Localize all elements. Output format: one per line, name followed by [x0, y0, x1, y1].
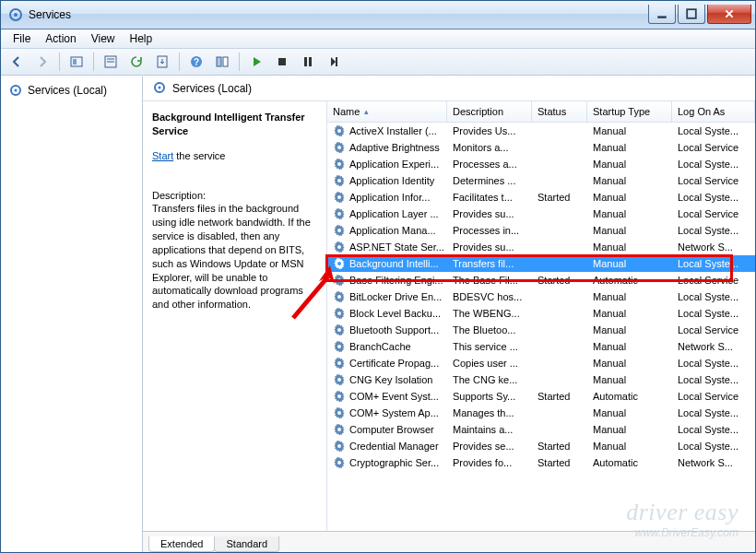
- cell-description: Processes in...: [447, 224, 532, 237]
- table-row[interactable]: Credential ManagerProvides se...StartedM…: [327, 438, 755, 454]
- svg-point-22: [337, 129, 341, 133]
- nav-services-local[interactable]: Services (Local): [1, 80, 142, 100]
- cell-logon: Local Syste...: [672, 191, 755, 204]
- start-service-button[interactable]: [244, 50, 268, 74]
- col-status[interactable]: Status: [532, 101, 587, 122]
- services-list[interactable]: Name Description Status Startup Type Log…: [327, 101, 755, 531]
- cell-description: Provides su...: [447, 241, 532, 253]
- pause-service-button[interactable]: [296, 50, 320, 74]
- svg-point-40: [337, 428, 341, 431]
- tab-standard[interactable]: Standard: [214, 536, 279, 552]
- content-body: Background Intelligent Transfer Service …: [143, 101, 755, 531]
- cell-description: Manages th...: [447, 406, 532, 419]
- start-link[interactable]: Start: [152, 150, 173, 161]
- table-row[interactable]: BitLocker Drive En...BDESVC hos...Manual…: [327, 288, 755, 305]
- col-startup-type[interactable]: Startup Type: [587, 101, 672, 122]
- properties-button[interactable]: [99, 50, 123, 74]
- table-row[interactable]: Bluetooth Support...The Bluetoo...Manual…: [327, 322, 755, 338]
- maximize-button[interactable]: [678, 5, 705, 24]
- cell-name: Adaptive Brightness: [327, 140, 447, 155]
- cell-description: Provides se...: [447, 440, 532, 453]
- menu-help[interactable]: Help: [124, 30, 159, 47]
- stop-service-button[interactable]: [270, 50, 294, 74]
- svg-point-26: [337, 195, 341, 199]
- table-row[interactable]: Background Intelli...Transfers fil...Man…: [327, 255, 755, 272]
- table-row[interactable]: Base Filtering Engi...The Base Fil...Sta…: [327, 272, 755, 288]
- cell-description: Provides su...: [447, 207, 532, 220]
- table-row[interactable]: CNG Key IsolationThe CNG ke...ManualLoca…: [327, 371, 755, 388]
- titlebar[interactable]: Services: [1, 1, 755, 29]
- cell-description: Maintains a...: [447, 423, 532, 436]
- table-row[interactable]: Adaptive BrightnessMonitors a...ManualLo…: [327, 139, 755, 156]
- cell-status: Started: [532, 440, 587, 453]
- cell-startup: Manual: [587, 241, 672, 253]
- cell-status: [532, 263, 587, 265]
- table-row[interactable]: ActiveX Installer (...Provides Us...Manu…: [327, 123, 755, 139]
- cell-startup: Manual: [587, 141, 672, 154]
- table-row[interactable]: COM+ System Ap...Manages th...ManualLoca…: [327, 405, 755, 421]
- cell-logon: Local Syste...: [672, 373, 755, 386]
- menubar: File Action View Help: [1, 29, 755, 49]
- svg-rect-14: [278, 58, 286, 65]
- cell-startup: Manual: [587, 191, 672, 204]
- col-log-on-as[interactable]: Log On As: [672, 101, 755, 122]
- gear-icon: [152, 80, 167, 98]
- table-row[interactable]: Application Mana...Processes in...Manual…: [327, 222, 755, 239]
- cell-status: [532, 412, 587, 414]
- cell-description: Supports Sy...: [447, 390, 532, 403]
- cell-startup: Automatic: [587, 390, 672, 403]
- cell-name: ActiveX Installer (...: [327, 124, 447, 138]
- cell-name: Certificate Propag...: [327, 356, 447, 371]
- view-tabs: Extended Standard: [143, 531, 755, 552]
- cell-name: Base Filtering Engi...: [327, 273, 447, 288]
- cell-description: Copies user ...: [447, 357, 532, 370]
- cell-name: Bluetooth Support...: [327, 323, 447, 337]
- up-level-button[interactable]: [65, 50, 89, 74]
- table-row[interactable]: Application Experi...Processes a...Manua…: [327, 156, 755, 172]
- svg-rect-2: [657, 16, 667, 18]
- cell-logon: Local Syste...: [672, 406, 755, 419]
- forward-button[interactable]: [30, 50, 54, 74]
- table-row[interactable]: Application IdentityDetermines ...Manual…: [327, 172, 755, 189]
- list-header[interactable]: Name Description Status Startup Type Log…: [327, 101, 755, 123]
- col-name[interactable]: Name: [327, 101, 447, 122]
- menu-view[interactable]: View: [85, 30, 122, 47]
- cell-logon: Local Service: [672, 174, 755, 187]
- svg-point-29: [337, 245, 341, 249]
- tab-extended[interactable]: Extended: [148, 536, 215, 552]
- cell-startup: Automatic: [587, 274, 672, 287]
- svg-point-38: [337, 394, 341, 398]
- table-row[interactable]: Application Infor...Facilitates t...Star…: [327, 189, 755, 206]
- table-row[interactable]: Certificate Propag...Copies user ...Manu…: [327, 355, 755, 371]
- svg-rect-13: [223, 57, 228, 66]
- cell-status: [532, 213, 587, 215]
- content-header: Services (Local): [143, 76, 755, 101]
- cell-startup: Manual: [587, 406, 672, 419]
- table-row[interactable]: COM+ Event Syst...Supports Sy...StartedA…: [327, 388, 755, 405]
- nav-pane[interactable]: Services (Local): [1, 76, 143, 552]
- menu-file[interactable]: File: [6, 30, 37, 47]
- menu-action[interactable]: Action: [39, 30, 82, 47]
- cell-logon: Local Syste...: [672, 158, 755, 171]
- help-button[interactable]: ?: [184, 50, 208, 74]
- back-button[interactable]: [5, 50, 29, 74]
- export-button[interactable]: [150, 50, 174, 74]
- cell-status: [532, 229, 587, 231]
- cell-status: [532, 180, 587, 182]
- table-row[interactable]: BranchCacheThis service ...ManualNetwork…: [327, 338, 755, 355]
- table-row[interactable]: Cryptographic Ser...Provides fo...Starte…: [327, 454, 755, 471]
- col-description[interactable]: Description: [447, 101, 532, 122]
- cell-description: Provides fo...: [447, 456, 532, 469]
- content-header-title: Services (Local): [172, 82, 252, 95]
- cell-name: Computer Browser: [327, 422, 447, 437]
- refresh-button[interactable]: [124, 50, 148, 74]
- restart-service-button[interactable]: [322, 50, 346, 74]
- table-row[interactable]: Block Level Backu...The WBENG...ManualLo…: [327, 305, 755, 322]
- table-row[interactable]: Application Layer ...Provides su...Manua…: [327, 206, 755, 222]
- close-button[interactable]: [707, 5, 751, 24]
- cell-name: BitLocker Drive En...: [327, 289, 447, 304]
- minimize-button[interactable]: [648, 5, 676, 24]
- table-row[interactable]: Computer BrowserMaintains a...ManualLoca…: [327, 421, 755, 438]
- show-hide-button[interactable]: [210, 50, 234, 74]
- table-row[interactable]: ASP.NET State Ser...Provides su...Manual…: [327, 239, 755, 255]
